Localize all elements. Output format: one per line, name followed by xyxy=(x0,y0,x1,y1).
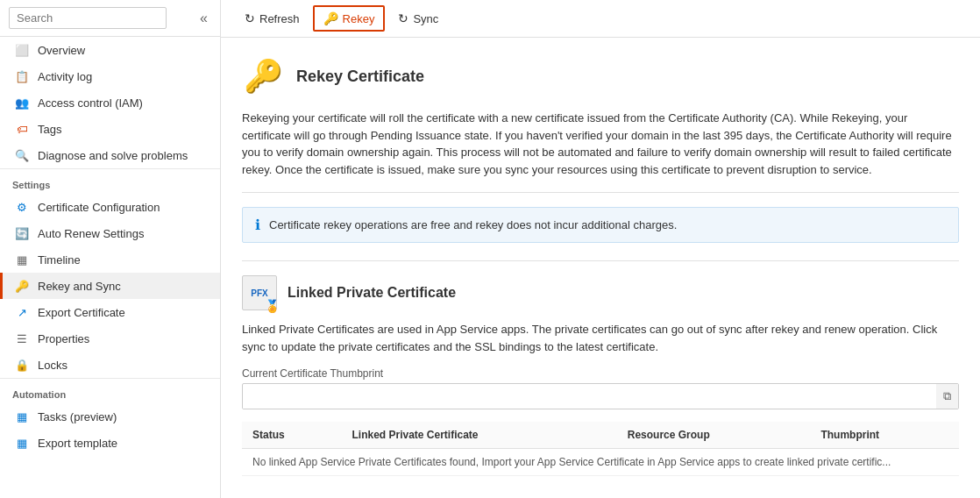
linked-section-description: Linked Private Certificates are used in … xyxy=(242,321,959,355)
info-icon: ℹ xyxy=(255,217,260,233)
thumbprint-field-row: ⧉ xyxy=(242,383,959,409)
sidebar-item-label: Properties xyxy=(38,332,89,345)
sync-button[interactable]: ↻ Sync xyxy=(388,6,448,31)
sidebar-item-diagnose[interactable]: 🔍 Diagnose and solve problems xyxy=(0,142,220,168)
tags-icon: 🏷 xyxy=(15,122,29,136)
pfx-icon: PFX 🏅 xyxy=(242,275,277,310)
col-linked-cert: Linked Private Certificate xyxy=(341,422,616,449)
sidebar-item-tasks[interactable]: ▦ Tasks (preview) xyxy=(0,403,220,430)
info-message: Certificate rekey operations are free an… xyxy=(269,218,677,231)
sidebar-item-label: Timeline xyxy=(38,253,81,267)
overview-icon: ⬜ xyxy=(15,43,29,57)
info-banner: ℹ Certificate rekey operations are free … xyxy=(242,207,959,243)
iam-icon: 👥 xyxy=(15,96,29,110)
sidebar-item-tags[interactable]: 🏷 Tags xyxy=(0,116,220,142)
search-input[interactable] xyxy=(9,7,167,29)
refresh-label: Refresh xyxy=(259,12,300,25)
sync-icon: ↻ xyxy=(398,11,408,25)
sidebar-item-label: Tags xyxy=(38,123,61,136)
search-container: « xyxy=(0,0,220,37)
activity-log-icon: 📋 xyxy=(15,69,29,83)
sidebar-item-label: Rekey and Sync xyxy=(38,280,121,293)
col-thumbprint: Thumbprint xyxy=(810,422,959,449)
diagnose-icon: 🔍 xyxy=(15,148,29,162)
sidebar-item-rekey-sync[interactable]: 🔑 Rekey and Sync xyxy=(0,273,220,299)
copy-icon: ⧉ xyxy=(943,389,951,402)
sidebar-item-label: Activity log xyxy=(38,70,92,83)
sidebar-item-export-template[interactable]: ▦ Export template xyxy=(0,430,220,456)
export-cert-icon: ↗ xyxy=(15,305,29,319)
content-area: 🔑 Rekey Certificate Rekeying your certif… xyxy=(221,38,980,498)
linked-cert-table: Status Linked Private Certificate Resour… xyxy=(242,422,959,476)
auto-renew-icon: 🔄 xyxy=(15,226,29,240)
rekey-button[interactable]: 🔑 Rekey xyxy=(313,5,386,32)
properties-icon: ☰ xyxy=(15,331,29,345)
col-status: Status xyxy=(242,422,341,449)
divider-1 xyxy=(242,192,959,193)
col-resource-group: Resource Group xyxy=(617,422,811,449)
sidebar-item-cert-config[interactable]: ⚙ Certificate Configuration xyxy=(0,194,220,220)
sidebar-item-locks[interactable]: 🔒 Locks xyxy=(0,352,220,378)
toolbar: ↻ Refresh 🔑 Rekey ↻ Sync xyxy=(221,0,980,38)
locks-icon: 🔒 xyxy=(15,358,29,372)
divider-2 xyxy=(242,260,959,261)
settings-section-label: Settings xyxy=(0,168,220,194)
collapse-button[interactable]: « xyxy=(196,9,211,28)
sidebar-item-overview[interactable]: ⬜ Overview xyxy=(0,37,220,63)
sidebar-item-label: Auto Renew Settings xyxy=(38,227,144,240)
sidebar-item-label: Export Certificate xyxy=(38,306,125,319)
sidebar-item-label: Locks xyxy=(38,359,67,372)
copy-button[interactable]: ⧉ xyxy=(936,384,958,409)
rekey-btn-icon: 🔑 xyxy=(323,11,338,25)
cert-badge-icon: 🏅 xyxy=(265,299,280,313)
sidebar-item-auto-renew[interactable]: 🔄 Auto Renew Settings xyxy=(0,220,220,246)
sidebar-item-label: Diagnose and solve problems xyxy=(38,149,188,162)
thumbprint-label: Current Certificate Thumbprint xyxy=(242,367,959,380)
sidebar-item-label: Overview xyxy=(38,44,85,57)
rekey-label: Rekey xyxy=(343,12,375,25)
sync-label: Sync xyxy=(413,12,438,25)
timeline-icon: ▦ xyxy=(15,253,29,267)
rekey-section-title: Rekey Certificate xyxy=(296,68,424,86)
thumbprint-input[interactable] xyxy=(243,385,936,409)
pfx-text: PFX xyxy=(251,288,267,298)
rekey-section-header: 🔑 Rekey Certificate xyxy=(242,55,959,97)
empty-message: No linked App Service Private Certificat… xyxy=(242,449,959,476)
linked-section-title: Linked Private Certificate xyxy=(288,285,456,301)
sidebar: « ⬜ Overview 📋 Activity log 👥 Access con… xyxy=(0,0,221,498)
refresh-icon: ↻ xyxy=(245,11,255,25)
automation-section-label: Automation xyxy=(0,378,220,403)
sidebar-item-label: Tasks (preview) xyxy=(38,410,117,423)
rekey-section-description: Rekeying your certificate will roll the … xyxy=(242,110,959,178)
linked-section-header: PFX 🏅 Linked Private Certificate xyxy=(242,275,959,310)
tasks-icon: ▦ xyxy=(15,409,29,423)
rekey-icon: 🔑 xyxy=(15,279,29,293)
sidebar-item-iam[interactable]: 👥 Access control (IAM) xyxy=(0,89,220,116)
refresh-button[interactable]: ↻ Refresh xyxy=(235,6,309,31)
sidebar-item-activity-log[interactable]: 📋 Activity log xyxy=(0,63,220,89)
sidebar-item-properties[interactable]: ☰ Properties xyxy=(0,325,220,352)
main-content: ↻ Refresh 🔑 Rekey ↻ Sync 🔑 Rekey Certifi… xyxy=(221,0,980,498)
table-empty-row: No linked App Service Private Certificat… xyxy=(242,449,959,476)
rekey-section-icon: 🔑 xyxy=(242,55,284,97)
sidebar-item-label: Export template xyxy=(38,437,117,450)
export-template-icon: ▦ xyxy=(15,436,29,450)
sidebar-item-label: Certificate Configuration xyxy=(38,201,160,214)
sidebar-item-export-cert[interactable]: ↗ Export Certificate xyxy=(0,299,220,325)
cert-config-icon: ⚙ xyxy=(15,200,29,214)
sidebar-item-label: Access control (IAM) xyxy=(38,96,143,110)
sidebar-item-timeline[interactable]: ▦ Timeline xyxy=(0,246,220,273)
